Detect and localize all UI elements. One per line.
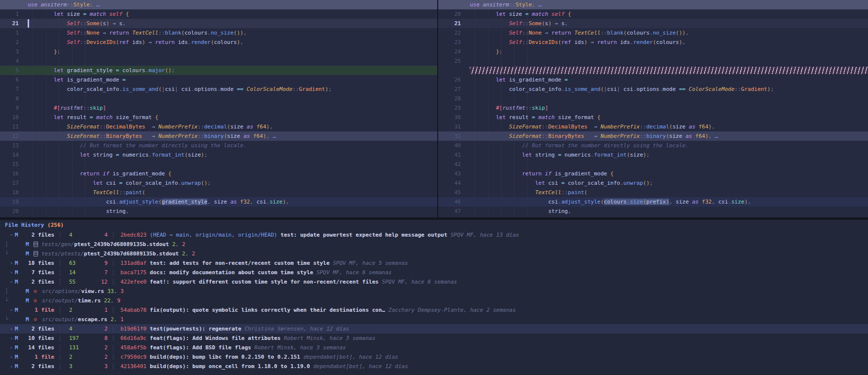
code-line[interactable]: 4 — [0, 56, 437, 66]
code-line[interactable]: 45 TextCell::paint( — [438, 188, 868, 197]
changed-file-row[interactable]: │M⚙src/options/view.rs 33, 3 — [0, 287, 868, 296]
code-line[interactable]: 19 csi.adjust_style(gradient_style, size… — [0, 197, 437, 207]
code-line[interactable]: 14 let string = numerics.format_int(size… — [0, 150, 437, 160]
code-line[interactable]: 20 let size = match self { — [438, 9, 868, 19]
chevron-down-icon[interactable]: › — [7, 279, 16, 286]
code-line[interactable]: 18 TextCell::paint( — [0, 188, 437, 197]
code-line[interactable]: 47 string, — [438, 207, 868, 216]
syntax-token: ids — [620, 39, 630, 45]
diff-filler-line[interactable] — [438, 66, 868, 75]
syntax-token: size — [214, 199, 230, 205]
code-line[interactable]: 9 #[rustfmt::skip] — [0, 103, 437, 113]
code-line[interactable]: 41 let string = numerics.format_int(size… — [438, 150, 868, 160]
syntax-token: return — [155, 39, 178, 45]
code-line[interactable]: 2 Self::DeviceIDs(ref ids) ⇒ return ids.… — [0, 38, 437, 47]
changed-file-row[interactable]: └M⚙src/output/escape.rs 2, 1 — [0, 315, 868, 324]
changed-file-row[interactable]: └M⚙src/output/time.rs 22, 9 — [0, 296, 868, 305]
syntax-token: SizeFormat — [509, 133, 541, 139]
code-line[interactable]: 43 return if is_gradient_mode { — [438, 169, 868, 178]
syntax-token: ) — [643, 152, 646, 158]
changed-file-row[interactable]: │Mtests/gen/ptest_2439b7d68089135b.stdou… — [0, 240, 868, 249]
syntax-token: … — [538, 1, 542, 8]
commit-row[interactable]: ›M14 files│1312│458a6f5b feat(flags): Ad… — [0, 343, 868, 352]
commit-row[interactable]: ›M7 files│147│baca7175 docs: modify docu… — [0, 268, 868, 277]
syntax-token: ; — [770, 86, 774, 92]
diff-left-pane[interactable]: 2use ansiterm::Style; …1 let size = matc… — [0, 0, 437, 217]
changed-file-row[interactable]: └Mtests/ptests/ptest_2439b7d68089135b.st… — [0, 249, 868, 258]
chevron-down-icon[interactable]: › — [7, 307, 16, 314]
syntax-token: = — [526, 11, 532, 17]
syntax-token: :: — [158, 30, 165, 36]
chevron-right-icon[interactable]: › — [8, 362, 15, 371]
code-line[interactable]: 44 let csi = color_scale_info.unwrap(); — [438, 178, 868, 188]
code-line[interactable]: 30 let result = match size_format { — [438, 113, 868, 122]
syntax-token: f64 — [257, 124, 266, 130]
chevron-right-icon[interactable]: › — [8, 352, 15, 362]
commit-row[interactable]: ›M1 file│22│c7950dc9 build(deps): bump l… — [0, 352, 868, 362]
code-line[interactable]: 23 Self::DeviceIDs(ref ids) ⇒ return ids… — [438, 38, 868, 47]
chevron-right-icon[interactable]: › — [8, 343, 15, 352]
code-line[interactable]: 20 string, — [0, 207, 437, 216]
code-line[interactable]: 21 Self::Some(s) ⇒ s, — [438, 19, 868, 28]
commit-row[interactable]: ›M10 files│1978│66d16a9c feat(flags): Ad… — [0, 333, 868, 343]
code-line[interactable]: 17 let csi = color_scale_info.unwrap(); — [0, 178, 437, 188]
syntax-token: ; — [171, 67, 175, 74]
diff-right-pane[interactable]: 1use ansiterm::Style; …20 let size = mat… — [438, 0, 868, 217]
commit-row[interactable]: ›M2 files│33│42136401 build(deps): bump … — [0, 362, 868, 371]
syntax-token: no_size — [653, 30, 676, 36]
code-line[interactable]: 32 SizeFormat::BinaryBytes ⇒ NumberPrefi… — [438, 131, 868, 141]
code-line[interactable]: 46 csi.adjust_style(colours.size(prefix)… — [438, 197, 868, 207]
commit-row[interactable]: ›M1 file│21│54abab78 fix(output): quote … — [0, 305, 868, 315]
chevron-right-icon[interactable]: › — [8, 324, 15, 333]
code-line[interactable]: 1use ansiterm::Style; … — [438, 0, 868, 9]
commit-row[interactable]: ›M2 files│42│b19d61f0 test(powertests): … — [0, 324, 868, 333]
code-line[interactable]: 1 let size = match self { — [0, 9, 437, 19]
code-line[interactable]: 29 #[rustfmt::skip] — [438, 103, 868, 113]
commit-row[interactable]: ›M18 files│639│131ad8af test: add tests … — [0, 258, 868, 268]
code-line[interactable]: 27 color_scale_info.is_some_and(|csi| cs… — [438, 84, 868, 94]
syntax-token: as — [247, 124, 257, 130]
line-number: 1 — [0, 9, 24, 19]
code-line[interactable]: 26 let is_gradient_mode = — [438, 75, 868, 84]
diff-editor: 2use ansiterm::Style; …1 let size = matc… — [0, 0, 868, 217]
code-line[interactable]: 6 let is_gradient_mode = — [0, 75, 437, 84]
chevron-down-icon[interactable]: › — [7, 232, 16, 239]
syntax-token: () — [165, 67, 171, 74]
code-line[interactable]: 2use ansiterm::Style; … — [0, 0, 437, 9]
line-number: 44 — [438, 178, 466, 188]
code-line[interactable]: 1 Self::None ⇒ return TextCell::blank(co… — [0, 28, 437, 38]
code-line[interactable]: 12 SizeFormat::BinaryBytes ⇒ NumberPrefi… — [0, 131, 437, 141]
code-line[interactable]: 25 — [438, 56, 868, 66]
chevron-right-icon[interactable]: › — [8, 258, 15, 268]
code-line[interactable]: 5 let gradient_style = colours.major(); — [0, 66, 437, 75]
code-line[interactable]: 22 Self::None ⇒ return TextCell::blank(c… — [438, 28, 868, 38]
chevron-right-icon[interactable]: › — [8, 333, 15, 343]
code-line[interactable]: 7 color_scale_info.is_some_and(|csi| csi… — [0, 84, 437, 94]
syntax-token: = — [561, 180, 567, 186]
code-line[interactable]: 3 }; — [0, 47, 437, 56]
syntax-token: ( — [142, 189, 146, 196]
code-line[interactable]: 13 // But format the number directly usi… — [0, 141, 437, 150]
code-line[interactable]: 16 return if is_gradient_mode { — [0, 169, 437, 178]
code-text: SizeFormat::BinaryBytes ⇒ NumberPrefix::… — [466, 131, 718, 141]
chevron-right-icon[interactable]: › — [8, 268, 15, 277]
syntax-token: . — [659, 86, 663, 92]
code-line[interactable]: 8 — [0, 94, 437, 103]
code-line[interactable]: 40 // But format the number directly usi… — [438, 141, 868, 150]
code-text: SizeFormat::BinaryBytes ⇒ NumberPrefix::… — [24, 131, 276, 141]
code-line[interactable]: 10 let result = match size_format { — [0, 113, 437, 122]
syntax-token: :: — [640, 124, 646, 130]
code-line[interactable]: 31 SizeFormat::DecimalBytes ⇒ NumberPref… — [438, 122, 868, 131]
commit-row[interactable]: ›M2 files│44│2bedc823 (HEAD → main, orig… — [0, 230, 868, 240]
file-count: 18 files — [23, 258, 54, 268]
code-line[interactable]: 21 Self::Some(s) ⇒ s, — [0, 19, 437, 28]
syntax-token — [470, 86, 509, 92]
commit-row[interactable]: ›M2 files│5512│422efee0 feat!: support d… — [0, 277, 868, 287]
code-line[interactable]: 15 — [0, 160, 437, 169]
code-line[interactable]: 42 — [438, 160, 868, 169]
code-line[interactable]: 24 }; — [438, 47, 868, 56]
code-text: TextCell::paint( — [24, 188, 145, 197]
code-line[interactable]: 28 — [438, 94, 868, 103]
file-history-panel[interactable]: File History (256) ›M2 files│44│2bedc823… — [0, 220, 868, 375]
code-line[interactable]: 11 SizeFormat::DecimalBytes ⇒ NumberPref… — [0, 122, 437, 131]
